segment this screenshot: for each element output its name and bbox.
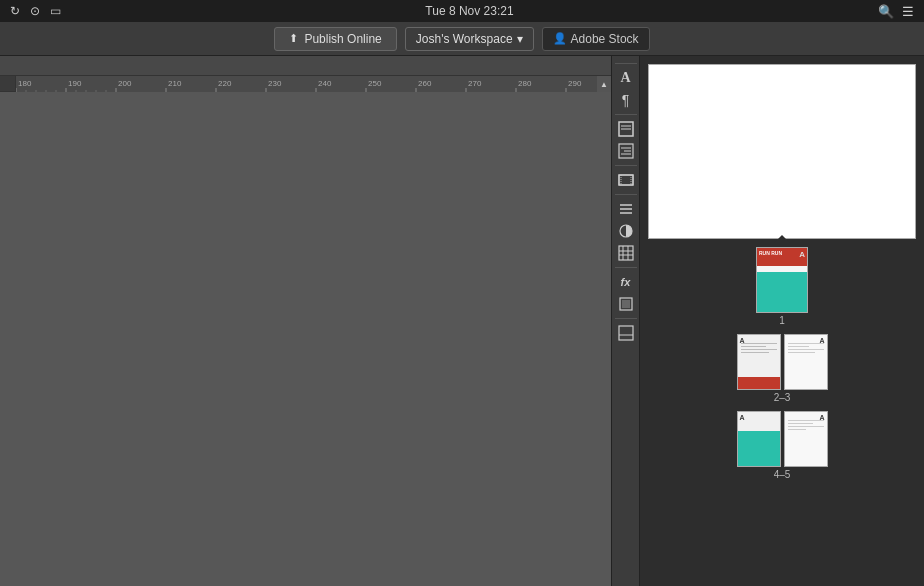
a-label-4: A	[740, 414, 745, 421]
main-layout: 180 190 200 210 220 230 240 250	[0, 56, 924, 586]
frame2-tool-btn[interactable]	[614, 293, 638, 315]
chevron-down-icon: ▾	[517, 32, 523, 46]
a-label-1: A	[799, 250, 805, 259]
workspace-label: Josh's Workspace	[416, 32, 513, 46]
bottom-icon	[618, 325, 634, 341]
app-toolbar: ⬆ Publish Online Josh's Workspace ▾ 👤 Ad…	[0, 22, 924, 56]
page-label-23: 2–3	[774, 392, 791, 403]
table-icon	[618, 245, 634, 261]
svg-text:270: 270	[468, 79, 482, 88]
canvas-area: 180 190 200 210 220 230 240 250	[0, 56, 611, 586]
teal-block-4	[738, 431, 780, 466]
svg-text:180: 180	[18, 79, 32, 88]
type-tool-btn[interactable]: A	[614, 67, 638, 89]
svg-text:250: 250	[368, 79, 382, 88]
page-thumb-5[interactable]: A	[784, 411, 828, 467]
sep-top	[615, 63, 637, 64]
run-text: RUN RUN	[759, 250, 782, 256]
red-bottom-2	[738, 377, 780, 389]
svg-text:230: 230	[268, 79, 282, 88]
color-tool-btn[interactable]	[614, 220, 638, 242]
svg-text:200: 200	[118, 79, 132, 88]
teal-cover-1	[757, 272, 807, 312]
page-label-1: 1	[779, 315, 785, 326]
text-lines-2	[741, 343, 777, 353]
page-spread-45: A A	[644, 411, 920, 480]
sep4	[615, 267, 637, 268]
indent-tool-btn[interactable]	[614, 140, 638, 162]
svg-text:240: 240	[318, 79, 332, 88]
macos-bar-left: ↻ ⊙ ▭	[10, 4, 61, 18]
display-icon: ▭	[50, 4, 61, 18]
tooltip-arrow	[774, 235, 790, 243]
svg-text:220: 220	[218, 79, 232, 88]
frame-icon	[618, 172, 634, 188]
align-tool-btn[interactable]	[614, 198, 638, 220]
secondary-toolbar	[0, 56, 611, 76]
page-thumb-4[interactable]: A	[737, 411, 781, 467]
adobe-stock-button[interactable]: 👤 Adobe Stock	[542, 27, 650, 51]
ruler-horizontal: 180 190 200 210 220 230 240 250	[16, 76, 611, 92]
rotation-icon[interactable]: ↻	[10, 4, 20, 18]
table-tool-btn[interactable]	[614, 242, 638, 264]
text-lines-3	[788, 343, 824, 353]
right-panel: RUN RUN A 1 A	[639, 56, 924, 586]
panel-preview	[648, 64, 916, 239]
sep5	[615, 318, 637, 319]
pages-panel[interactable]: RUN RUN A 1 A	[640, 243, 924, 586]
text-frame-tool-btn[interactable]	[614, 118, 638, 140]
publish-icon: ⬆	[289, 32, 298, 45]
svg-text:290: 290	[568, 79, 582, 88]
macos-bar: ↻ ⊙ ▭ Tue 8 Nov 23:21 🔍 ☰	[0, 0, 924, 22]
page-thumb-2[interactable]: A	[737, 334, 781, 390]
page-spread-1: RUN RUN A 1	[644, 247, 920, 326]
macos-bar-right: 🔍 ☰	[878, 4, 914, 19]
text-lines-5	[788, 420, 824, 430]
page-spread-23: A A	[644, 334, 920, 403]
ruler-svg: 180 190 200 210 220 230 240 250	[16, 76, 611, 92]
wifi-icon: ⊙	[30, 4, 40, 18]
svg-text:190: 190	[68, 79, 82, 88]
text-frame-icon	[618, 121, 634, 137]
right-icon-toolbar: A ¶	[611, 56, 639, 586]
color-icon	[618, 223, 634, 239]
fx-tool-btn[interactable]: fx	[614, 271, 638, 293]
ruler-collapse-btn[interactable]: ▲	[597, 76, 611, 92]
align-icon	[618, 201, 634, 217]
page-thumb-1[interactable]: RUN RUN A	[756, 247, 808, 313]
frame-tool-btn[interactable]	[614, 169, 638, 191]
svg-rect-47	[619, 246, 633, 260]
publish-online-button[interactable]: ⬆ Publish Online	[274, 27, 396, 51]
svg-text:260: 260	[418, 79, 432, 88]
svg-text:210: 210	[168, 79, 182, 88]
indent-icon	[618, 143, 634, 159]
search-icon[interactable]: 🔍	[878, 4, 894, 19]
datetime: Tue 8 Nov 23:21	[425, 4, 513, 18]
sep1	[615, 114, 637, 115]
menu-icon[interactable]: ☰	[902, 4, 914, 19]
workspace-button[interactable]: Josh's Workspace ▾	[405, 27, 534, 51]
publish-label: Publish Online	[304, 32, 381, 46]
canvas-work[interactable]	[0, 92, 611, 586]
bottom-tool-btn[interactable]	[614, 322, 638, 344]
user-icon: 👤	[553, 32, 567, 45]
svg-rect-53	[622, 300, 630, 308]
sep3	[615, 194, 637, 195]
adobe-stock-label: Adobe Stock	[571, 32, 639, 46]
page-thumb-3[interactable]: A	[784, 334, 828, 390]
sep2	[615, 165, 637, 166]
svg-text:280: 280	[518, 79, 532, 88]
page-label-45: 4–5	[774, 469, 791, 480]
svg-rect-54	[619, 326, 633, 340]
paragraph-tool-btn[interactable]: ¶	[614, 89, 638, 111]
ruler-corner	[0, 76, 16, 91]
frame2-icon	[618, 296, 634, 312]
